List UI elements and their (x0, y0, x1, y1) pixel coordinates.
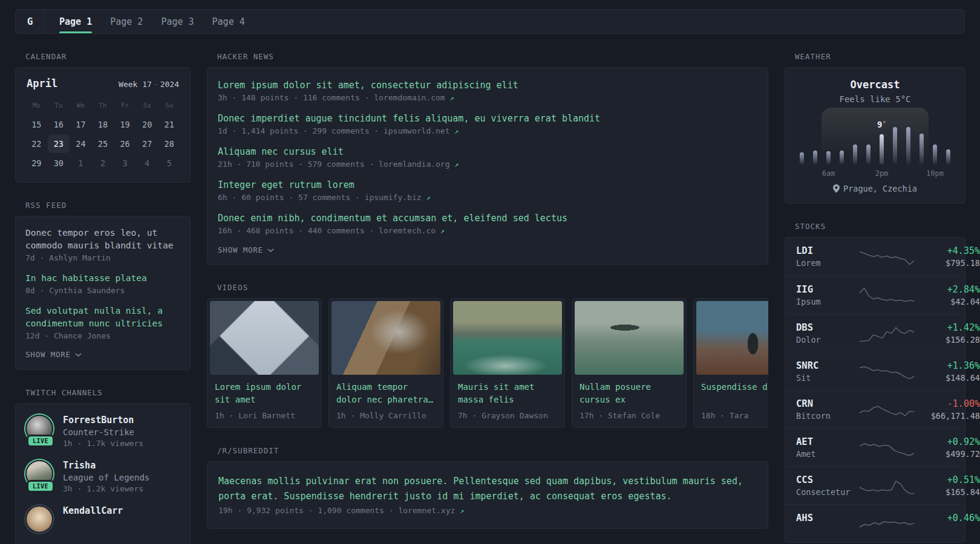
video-thumbnail[interactable] (453, 301, 562, 375)
stock-row: LDILorem +4.35%$795.18 (785, 238, 965, 276)
calendar-day[interactable]: 29 (25, 154, 48, 172)
calendar-month: April (27, 77, 57, 89)
chevron-down-icon (267, 248, 274, 252)
calendar-day[interactable]: 24 (70, 135, 92, 153)
tab-page-1[interactable]: Page 1 (59, 10, 92, 33)
video-title-link[interactable]: Mauris sit amet massa felis (458, 381, 557, 406)
video-thumbnail[interactable] (332, 301, 440, 375)
stock-name: Bitcorn (796, 411, 859, 421)
hn-item-meta: 21h · 710 points · 579 comments · loreml… (218, 160, 757, 169)
rss-item-link[interactable]: In hac habitasse platea (25, 272, 180, 285)
stock-change: +2.84% (915, 284, 980, 295)
calendar-day[interactable]: 26 (114, 135, 136, 153)
calendar-day[interactable]: 4 (136, 154, 158, 172)
hn-domain-link[interactable]: loremlandia.org (379, 160, 449, 169)
video-thumbnail[interactable] (210, 301, 319, 375)
calendar-day[interactable]: 21 (158, 115, 180, 134)
channel-name-link[interactable]: Trisha (63, 460, 149, 471)
tab-page-2[interactable]: Page 2 (110, 10, 143, 33)
calendar-day[interactable]: 25 (92, 135, 114, 153)
stock-row: CRNBitcorn -1.00%$66,171.48 (785, 390, 965, 428)
subreddit-post: Maecenas mollis pulvinar erat non posuer… (218, 474, 757, 515)
calendar-day-selected[interactable]: 23 (48, 135, 70, 153)
video-title-link[interactable]: Suspendisse diam (701, 381, 768, 406)
calendar-day[interactable]: 17 (70, 115, 92, 134)
calendar-day[interactable]: 19 (114, 115, 136, 134)
stock-change: +0.51% (915, 474, 980, 485)
stock-change: -1.00% (915, 398, 980, 409)
calendar-day[interactable]: 16 (48, 115, 70, 134)
hn-item-link[interactable]: Integer eget rutrum lorem (218, 178, 757, 192)
video-title-link[interactable]: Nullam posuere cursus ex (580, 381, 679, 406)
channel-game: League of Legends (63, 473, 149, 482)
calendar-day[interactable]: 18 (92, 115, 114, 134)
top-nav: G Page 1 Page 2 Page 3 Page 4 (15, 9, 965, 34)
app-logo[interactable]: G (16, 10, 45, 33)
subreddit-domain-link[interactable]: loremnet.xyz (398, 506, 455, 515)
subreddit-post-link[interactable]: Maecenas mollis pulvinar erat non posuer… (218, 474, 757, 504)
stock-change: +1.36% (915, 360, 980, 371)
tab-page-4[interactable]: Page 4 (212, 10, 245, 33)
avatar: LIVE (25, 415, 53, 442)
hn-item-link[interactable]: Donec enim nibh, condimentum et accumsan… (218, 212, 757, 225)
hn-item-link[interactable]: Aliquam nec cursus elit (218, 145, 757, 158)
rss-item-link[interactable]: Sed volutpat nulla nisl, a condimentum n… (25, 305, 180, 330)
dashboard-page: G Page 1 Page 2 Page 3 Page 4 CALENDAR A… (0, 0, 980, 544)
calendar-day[interactable]: 27 (136, 135, 158, 153)
stock-change: +0.46% (915, 513, 980, 523)
stock-sparkline (859, 284, 915, 306)
tab-page-3[interactable]: Page 3 (161, 10, 194, 33)
stock-symbol: AET (796, 436, 859, 447)
separator-dot: · (152, 80, 160, 89)
rss-item-link[interactable]: Donec tempor eros leo, ut commodo mauris… (25, 227, 180, 252)
video-thumbnail[interactable] (575, 301, 684, 375)
hn-domain-link[interactable]: loremdomain.com (374, 93, 445, 102)
rss-item-meta: 8d · Cynthia Saunders (25, 286, 180, 295)
calendar-day[interactable]: 22 (25, 135, 48, 153)
calendar-day[interactable]: 15 (25, 115, 48, 134)
video-title-link[interactable]: Lorem ipsum dolor sit amet consectetu… (215, 381, 314, 406)
video-card: Nullam posuere cursus ex 17h · Stefan Co… (572, 298, 687, 428)
hn-domain-link[interactable]: ipsumify.biz (365, 193, 422, 202)
channel-name-link[interactable]: ForrestBurton (63, 415, 143, 426)
hn-meta-text: 6h · 60 points · 57 comments · (218, 193, 365, 202)
weekday-label: We (70, 99, 92, 114)
stock-change: +1.42% (915, 322, 980, 333)
weather-widget: Overcast Feels like 5°C 9°6am2pm10pm Pra… (785, 67, 965, 204)
stock-sparkline (859, 322, 915, 344)
video-title-link[interactable]: Aliquam tempor dolor nec pharetra… (336, 381, 436, 406)
time-axis-label: 10pm (922, 169, 949, 178)
stock-name: Dolor (796, 335, 859, 345)
hn-item-link[interactable]: Lorem ipsum dolor sit amet, consectetur … (218, 79, 757, 92)
calendar-day[interactable]: 20 (136, 115, 158, 134)
hn-show-more-button[interactable]: SHOW MORE (218, 245, 757, 254)
channel-name-link[interactable]: KendallCarr (63, 505, 123, 516)
subreddit-post-meta: 19h · 9,932 points · 1,090 comments · lo… (218, 506, 757, 515)
calendar-day[interactable]: 2 (92, 154, 114, 172)
calendar-day[interactable]: 5 (158, 154, 180, 172)
stocks-widget: LDILorem +4.35%$795.18 IIGIpsum +2.84%$4… (785, 237, 965, 543)
calendar-day[interactable]: 30 (48, 154, 70, 172)
calendar-day[interactable]: 3 (114, 154, 136, 172)
calendar-day[interactable]: 1 (70, 154, 92, 172)
stock-sparkline (859, 436, 915, 458)
stock-change: +4.35% (915, 245, 980, 256)
weather-location: Prague, Czechia (795, 184, 955, 193)
video-card: Aliquam tempor dolor nec pharetra… 1h · … (328, 298, 443, 428)
rss-show-more-button[interactable]: SHOW MORE (25, 350, 180, 359)
rss-widget-title: RSS FEED (15, 201, 191, 210)
hn-domain-link[interactable]: ipsumworld.net (384, 126, 450, 135)
weather-feels-like: Feels like 5°C (795, 94, 955, 104)
hn-item-link[interactable]: Donec imperdiet augue tincidunt felis al… (218, 112, 757, 125)
stock-name: Consectetur (796, 487, 859, 497)
stock-symbol: CRN (796, 398, 859, 409)
weekday-label: Mo (25, 99, 48, 114)
rss-item: Sed volutpat nulla nisl, a condimentum n… (25, 305, 180, 340)
weather-bar (933, 144, 937, 164)
videos-widget-title: VIDEOS (207, 283, 768, 292)
external-link-icon: ↗ (454, 127, 459, 135)
hn-domain-link[interactable]: loremtech.co (379, 226, 436, 235)
video-thumbnail[interactable] (696, 301, 768, 375)
calendar-grid: Mo Tu We Th Fr Sa Su 15 16 17 18 19 20 2… (25, 99, 180, 172)
calendar-day[interactable]: 28 (158, 135, 180, 153)
